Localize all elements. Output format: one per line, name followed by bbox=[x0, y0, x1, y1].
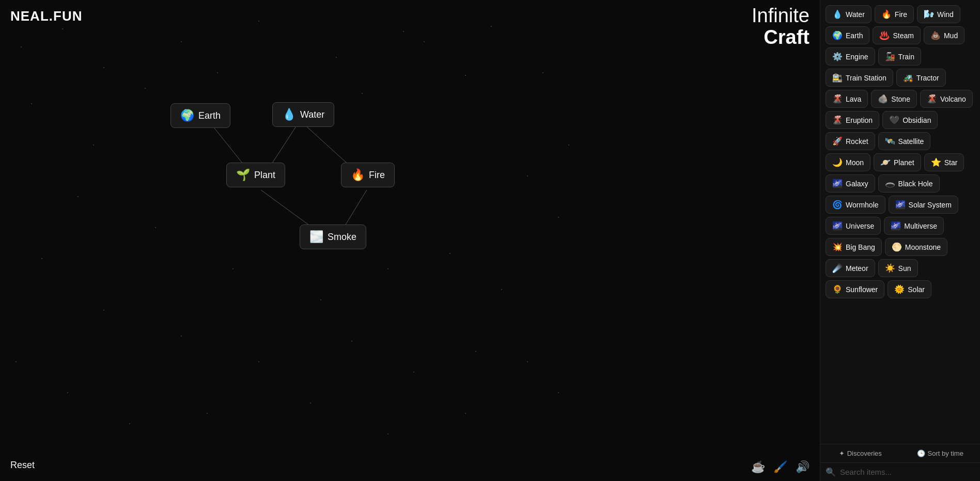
tab-discoveries[interactable]: ✦ Discoveries bbox=[820, 444, 900, 462]
fire-card-label: Fire bbox=[369, 170, 385, 181]
item-chip-star[interactable]: ⭐Star bbox=[924, 153, 965, 171]
coffee-icon[interactable]: ☕ bbox=[751, 460, 765, 474]
chip-emoji: 🌌 bbox=[832, 221, 843, 231]
chip-emoji: 🚂 bbox=[885, 52, 895, 61]
water-card[interactable]: 💧Water bbox=[272, 102, 334, 127]
item-chip-universe[interactable]: 🌌Universe bbox=[826, 217, 881, 235]
chip-label: Mud bbox=[944, 31, 958, 40]
smoke-card-emoji: 🌫️ bbox=[309, 230, 323, 244]
star-dot bbox=[41, 258, 42, 259]
water-card-emoji: 💧 bbox=[282, 108, 296, 121]
earth-card-emoji: 🌍 bbox=[180, 109, 194, 122]
item-chip-black-hole[interactable]: 🕳️Black Hole bbox=[878, 174, 940, 193]
chip-emoji: 🌀 bbox=[832, 200, 843, 210]
item-chip-obsidian[interactable]: 🖤Obsidian bbox=[882, 111, 938, 129]
smoke-card[interactable]: 🌫️Smoke bbox=[300, 225, 366, 249]
search-bar: 🔍 bbox=[820, 463, 980, 481]
chip-emoji: 🖤 bbox=[889, 115, 899, 125]
item-chip-planet[interactable]: 🪐Planet bbox=[874, 153, 921, 171]
item-chip-earth[interactable]: 🌍Earth bbox=[826, 26, 869, 44]
chip-emoji: 🔥 bbox=[881, 9, 892, 19]
item-chip-fire[interactable]: 🔥Fire bbox=[875, 5, 914, 23]
item-chip-water[interactable]: 💧Water bbox=[826, 5, 872, 23]
item-chip-steam[interactable]: ♨️Steam bbox=[873, 26, 920, 44]
item-chip-train[interactable]: 🚂Train bbox=[878, 47, 921, 66]
item-chip-stone[interactable]: 🪨Stone bbox=[871, 90, 917, 108]
item-chip-satellite[interactable]: 🛰️Satellite bbox=[878, 132, 931, 150]
item-chip-moon[interactable]: 🌙Moon bbox=[826, 153, 870, 171]
chip-label: Moonstone bbox=[905, 243, 941, 251]
star-dot bbox=[103, 310, 104, 311]
star-dot bbox=[181, 41, 182, 42]
item-chip-tractor[interactable]: 🚜Tractor bbox=[896, 69, 946, 87]
item-chip-moonstone[interactable]: 🌕Moonstone bbox=[885, 238, 947, 256]
item-chip-galaxy[interactable]: 🌌Galaxy bbox=[826, 174, 875, 193]
tab-sort-by-time[interactable]: 🕒 Sort by time bbox=[900, 444, 981, 462]
reset-button[interactable]: Reset bbox=[10, 460, 35, 471]
item-chip-sun[interactable]: ☀️Sun bbox=[878, 259, 918, 277]
chip-label: Volcano bbox=[940, 95, 966, 103]
plant-card-emoji: 🌱 bbox=[236, 168, 250, 182]
chip-emoji: ⭐ bbox=[931, 157, 941, 167]
chip-emoji: ☀️ bbox=[885, 263, 895, 273]
star-dot bbox=[21, 46, 22, 47]
chip-emoji: 🌌 bbox=[832, 179, 843, 188]
item-chip-solar[interactable]: 🌞Solar bbox=[888, 280, 931, 298]
chip-emoji: 🌙 bbox=[832, 157, 843, 167]
chip-emoji: 🌌 bbox=[891, 221, 901, 231]
star-dot bbox=[103, 67, 104, 68]
chip-label: Solar System bbox=[909, 201, 952, 209]
item-chip-big-bang[interactable]: 💥Big Bang bbox=[826, 238, 882, 256]
search-input[interactable] bbox=[840, 468, 975, 476]
item-chip-volcano[interactable]: 🌋Volcano bbox=[920, 90, 973, 108]
item-chip-mud[interactable]: 💩Mud bbox=[924, 26, 965, 44]
item-chip-solar-system[interactable]: 🌌Solar System bbox=[889, 196, 958, 214]
item-chip-rocket[interactable]: 🚀Rocket bbox=[826, 132, 875, 150]
star-dot bbox=[62, 28, 63, 29]
star-dot bbox=[15, 361, 17, 362]
item-chip-train-station[interactable]: 🚉Train Station bbox=[826, 69, 893, 87]
star-dot bbox=[258, 21, 259, 22]
chip-label: Earth bbox=[846, 31, 863, 40]
item-chip-multiverse[interactable]: 🌌Multiverse bbox=[884, 217, 944, 235]
star-dot bbox=[424, 41, 425, 42]
fire-card[interactable]: 🔥Fire bbox=[341, 163, 395, 187]
star-dot bbox=[491, 26, 492, 27]
sound-icon[interactable]: 🔊 bbox=[796, 460, 810, 474]
earth-card-label: Earth bbox=[198, 110, 221, 121]
chip-emoji: ⚙️ bbox=[832, 52, 843, 61]
earth-card[interactable]: 🌍Earth bbox=[170, 103, 230, 128]
plant-card[interactable]: 🌱Plant bbox=[226, 163, 285, 187]
canvas-area[interactable]: NEAL.FUN Infinite Craft Reset ☕ 🖌️ 🔊 🌍Ea… bbox=[0, 0, 820, 481]
star-dot bbox=[403, 31, 404, 32]
chip-label: Sun bbox=[898, 264, 911, 272]
chip-emoji: 🌍 bbox=[832, 30, 843, 40]
brush-icon[interactable]: 🖌️ bbox=[773, 460, 787, 474]
star-dot bbox=[351, 341, 352, 342]
item-chip-lava[interactable]: 🌋Lava bbox=[826, 90, 868, 108]
chip-emoji: 🪨 bbox=[878, 94, 888, 104]
star-dot bbox=[31, 103, 32, 104]
chip-label: Train bbox=[898, 53, 914, 61]
item-chip-wind[interactable]: 🌬️Wind bbox=[917, 5, 960, 23]
star-dot bbox=[387, 434, 388, 435]
chip-label: Wind bbox=[937, 10, 954, 19]
star-dot bbox=[465, 75, 466, 76]
item-chip-eruption[interactable]: 🌋Eruption bbox=[826, 111, 879, 129]
chip-label: Planet bbox=[894, 158, 914, 167]
bottom-icons-container: ☕ 🖌️ 🔊 bbox=[751, 460, 810, 474]
connection-lines bbox=[0, 0, 820, 481]
item-chip-engine[interactable]: ⚙️Engine bbox=[826, 47, 875, 66]
chip-label: Lava bbox=[846, 95, 861, 103]
chip-emoji: 🚜 bbox=[903, 73, 913, 83]
chip-label: Satellite bbox=[898, 137, 924, 146]
chip-emoji: 🌬️ bbox=[924, 9, 934, 19]
star-dot bbox=[558, 217, 559, 218]
chip-emoji: 🌋 bbox=[832, 94, 843, 104]
items-container[interactable]: 💧Water🔥Fire🌬️Wind🌍Earth♨️Steam💩Mud⚙️Engi… bbox=[820, 0, 980, 444]
chip-label: Solar bbox=[908, 285, 925, 294]
star-dot bbox=[258, 361, 259, 362]
item-chip-wormhole[interactable]: 🌀Wormhole bbox=[826, 196, 885, 214]
item-chip-sunflower[interactable]: 🌻Sunflower bbox=[826, 280, 884, 298]
item-chip-meteor[interactable]: ☄️Meteor bbox=[826, 259, 875, 277]
